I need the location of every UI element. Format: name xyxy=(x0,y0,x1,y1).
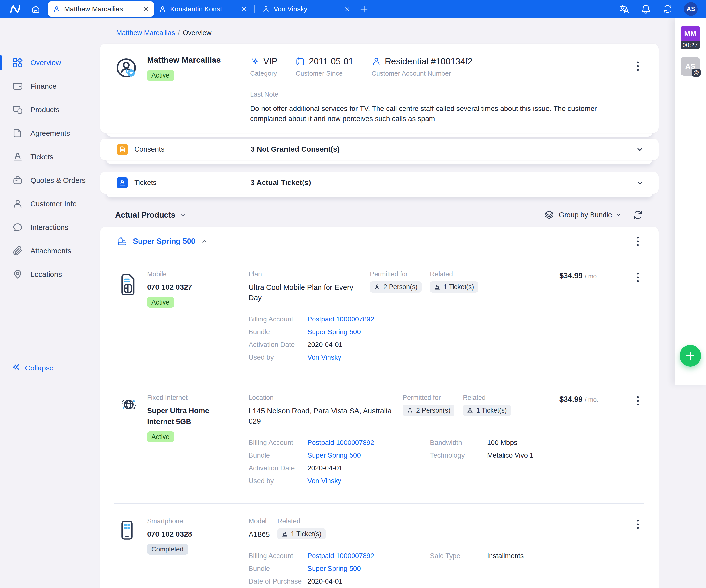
user-avatar[interactable]: AS xyxy=(684,2,698,16)
customer-tab[interactable]: Konstantin Konst...skiy xyxy=(154,1,252,17)
sidebar-item-agreements[interactable]: Agreements xyxy=(0,122,100,145)
products-section-header: Actual Products Group by Bundle xyxy=(100,210,659,220)
products-title-dropdown[interactable]: Actual Products xyxy=(115,210,186,219)
price-unit: / mo. xyxy=(585,273,598,280)
permitted-label: Permitted for xyxy=(370,270,430,278)
price-amount: $34.99 xyxy=(559,271,585,280)
detail-value-link[interactable]: Super Spring 500 xyxy=(307,564,361,573)
chip-text: 2 Person(s) xyxy=(383,283,418,291)
sim-icon xyxy=(100,270,147,366)
phone-icon xyxy=(100,517,147,588)
price-amount: $34.99 xyxy=(559,395,585,404)
detail-row: BundleSuper Spring 500 xyxy=(248,451,430,460)
chevron-down-icon[interactable] xyxy=(636,145,644,155)
detail-value-link[interactable]: Postpaid 1000007892 xyxy=(307,315,374,323)
sidebar-item-customer-info[interactable]: Customer Info xyxy=(0,192,100,216)
collapse-button[interactable]: Collapse xyxy=(12,363,54,373)
detail-row: Used byVon Vinsky xyxy=(248,353,430,362)
customer-card: Matthew Marcailias Active VIPCategory201… xyxy=(100,44,659,133)
translate-button[interactable] xyxy=(619,4,629,14)
refresh-products-button[interactable] xyxy=(633,210,643,220)
close-tab-icon[interactable] xyxy=(143,6,149,12)
product-menu-button[interactable] xyxy=(637,519,639,529)
sidebar-item-label: Products xyxy=(30,106,59,114)
last-note-text: Do not offer additional services for TV.… xyxy=(250,103,618,124)
product-model: ModelA1865 xyxy=(248,517,277,540)
sidebar-item-overview[interactable]: Overview xyxy=(0,51,100,75)
detail-row: Date of Purchase2020-04-01 xyxy=(248,577,430,586)
customer-menu-button[interactable] xyxy=(637,61,639,71)
details-right xyxy=(430,315,659,366)
agent-avatar-as[interactable]: AS @ xyxy=(680,57,700,76)
main-content: Matthew Marcailias / Overview Matthew Ma… xyxy=(100,18,659,588)
tickets-icon xyxy=(117,177,128,188)
tickets-row[interactable]: Tickets3 Actual Ticket(s) xyxy=(100,172,659,194)
sync-button[interactable] xyxy=(662,4,673,14)
sidebar-item-quotes-orders[interactable]: Quotes & Orders xyxy=(0,169,100,192)
chevron-down-icon[interactable] xyxy=(636,179,644,188)
breadcrumb-divider: / xyxy=(178,29,180,37)
field-value-text: VIP xyxy=(263,56,277,67)
breadcrumb-current: Overview xyxy=(183,29,211,37)
group-by-control[interactable]: Group by Bundle xyxy=(544,210,643,220)
product-menu-button[interactable] xyxy=(637,396,639,406)
sidebar-item-locations[interactable]: Locations xyxy=(0,263,100,286)
sidebar-item-finance[interactable]: Finance xyxy=(0,75,100,98)
add-tab-button[interactable] xyxy=(359,4,369,14)
breadcrumb-customer-link[interactable]: Matthew Marcailias xyxy=(116,29,175,37)
sidebar: OverviewFinanceProductsAgreementsTickets… xyxy=(0,18,100,588)
customer-avatar-icon xyxy=(116,57,137,79)
sidebar-item-tickets[interactable]: Tickets xyxy=(0,145,100,169)
detail-value-link[interactable]: Super Spring 500 xyxy=(307,451,361,460)
bundle-name-link[interactable]: Super Spring 500 xyxy=(133,237,195,246)
notifications-button[interactable] xyxy=(641,4,651,14)
detail-value-link[interactable]: Von Vinsky xyxy=(307,477,341,485)
detail-value-link[interactable]: Super Spring 500 xyxy=(307,328,361,336)
close-tab-icon[interactable] xyxy=(344,6,351,12)
product-type-label: Fixed Internet xyxy=(147,394,238,402)
detail-value-link[interactable]: Von Vinsky xyxy=(307,353,341,362)
chip-text: 1 Ticket(s) xyxy=(291,530,322,538)
sidebar-item-attachments[interactable]: Attachments xyxy=(0,239,100,263)
ticket-chip[interactable]: 1 Ticket(s) xyxy=(277,528,325,540)
close-tab-icon[interactable] xyxy=(241,6,247,12)
permitted-label: Permitted for xyxy=(403,394,463,402)
product-primary: PlanUltra Cool Mobile Plan for Every Day xyxy=(248,270,370,303)
chevron-up-icon[interactable] xyxy=(201,238,208,245)
agent-avatar-mm[interactable]: MM 00:27 xyxy=(680,26,700,49)
person-chip[interactable]: 2 Person(s) xyxy=(370,281,422,293)
detail-label: Bundle xyxy=(248,451,307,460)
detail-value-link[interactable]: Postpaid 1000007892 xyxy=(307,438,374,447)
person-chip[interactable]: 2 Person(s) xyxy=(403,405,455,416)
sidebar-item-label: Tickets xyxy=(30,153,53,161)
sidebar-item-products[interactable]: Products xyxy=(0,98,100,122)
sidebar-item-interactions[interactable]: Interactions xyxy=(0,216,100,239)
details-left: Billing AccountPostpaid 1000007892Bundle… xyxy=(248,552,430,588)
customer-field: VIPCategory xyxy=(250,56,277,77)
tickets-value: 3 Actual Ticket(s) xyxy=(250,178,311,187)
home-button[interactable] xyxy=(30,3,42,15)
topbar-actions: AS xyxy=(619,2,698,16)
detail-label: Bundle xyxy=(248,328,307,336)
collapse-label: Collapse xyxy=(25,364,54,372)
detail-label: Activation Date xyxy=(248,341,307,349)
tab-label: Konstantin Konst...skiy xyxy=(170,5,237,13)
product-summary: Mobile070 102 0327Active xyxy=(147,270,248,366)
products-title: Actual Products xyxy=(115,210,175,219)
product-menu-button[interactable] xyxy=(637,272,639,282)
detail-label: Used by xyxy=(248,353,307,362)
sidebar-item-label: Agreements xyxy=(30,129,70,137)
tab-label: Von Vinsky xyxy=(274,5,307,13)
consents-row[interactable]: Consents3 Not Granted Consent(s) xyxy=(100,139,659,160)
customer-tab[interactable]: Matthew Marcailias xyxy=(48,1,154,17)
ticket-chip[interactable]: 1 Ticket(s) xyxy=(430,281,478,293)
product-type-label: Smartphone xyxy=(147,517,238,525)
ticket-chip[interactable]: 1 Ticket(s) xyxy=(463,405,511,416)
detail-value-link[interactable]: Postpaid 1000007892 xyxy=(307,552,374,560)
customer-tab[interactable]: Von Vinsky xyxy=(258,1,355,17)
bundle-menu-button[interactable] xyxy=(637,237,639,246)
person-icon xyxy=(12,199,23,209)
customer-status-badge: Active xyxy=(147,70,174,81)
product-row-mobile: Mobile070 102 0327ActivePlanUltra Cool M… xyxy=(100,256,659,380)
add-button[interactable] xyxy=(679,345,701,367)
